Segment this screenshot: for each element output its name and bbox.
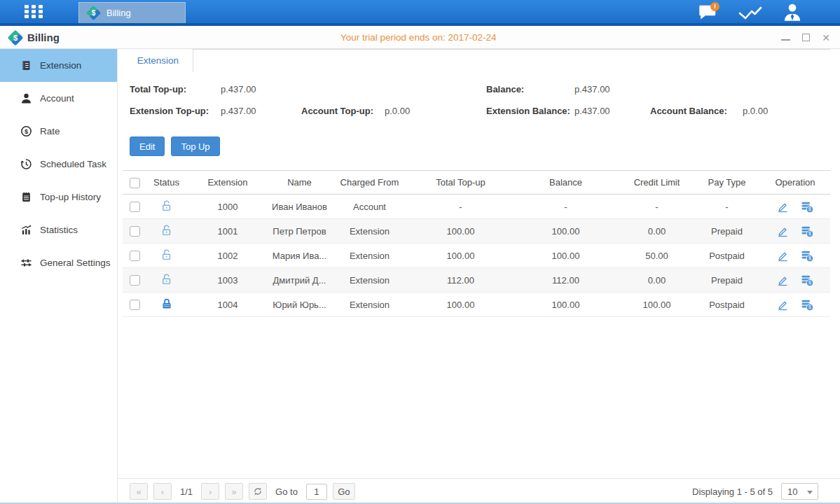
refresh-icon — [253, 486, 263, 496]
app-grid-icon[interactable] — [25, 5, 50, 19]
sidebar-item-scheduled-task[interactable]: Scheduled Task — [0, 148, 117, 181]
total-topup-cell: 100.00 — [410, 219, 511, 244]
topup-row-button[interactable]: $ — [800, 249, 814, 262]
status-unlocked-icon[interactable] — [160, 228, 173, 239]
topup-row-button[interactable]: $ — [800, 298, 814, 312]
table-header-row: Status Extension Name Charged From Total… — [123, 171, 830, 195]
tab-extension[interactable]: Extension — [123, 49, 193, 72]
extension-cell: 1000 — [186, 195, 270, 219]
table-row: 1004Юрий Юрь...Extension100.00100.00100.… — [123, 293, 830, 317]
sidebar-item-label: Statistics — [40, 225, 78, 235]
sidebar-item-label: General Settings — [40, 258, 111, 268]
total-topup-label: Total Top-up: — [130, 84, 186, 94]
sidebar-item-label: Scheduled Task — [40, 159, 106, 169]
line-chart-icon — [738, 4, 762, 20]
sidebar-item-extension[interactable]: Extension — [0, 49, 117, 82]
account-topup-label: Account Top-up: — [301, 106, 373, 116]
row-checkbox[interactable] — [130, 251, 140, 261]
topup-row-button[interactable]: $ — [800, 200, 814, 214]
col-pay-type: Pay Type — [694, 171, 760, 195]
edit-pencil-icon — [776, 225, 789, 237]
trial-banner: Your trial period ends on: 2017-02-24 — [340, 26, 496, 49]
charged-from-cell: Extension — [329, 293, 410, 317]
last-page-button[interactable]: » — [225, 483, 243, 500]
extension-cell: 1001 — [186, 219, 270, 244]
pay-type-cell: Prepaid — [694, 268, 760, 293]
select-all-checkbox[interactable] — [130, 178, 140, 188]
sidebar-item-account[interactable]: Account — [0, 82, 117, 115]
topup-row-button[interactable]: $ — [800, 225, 814, 238]
name-cell: Иван Иванов — [270, 195, 329, 219]
account-topup-value: p.0.00 — [385, 106, 410, 116]
sidebar-item-label: Top-up History — [40, 192, 101, 202]
edit-row-button[interactable] — [776, 225, 789, 237]
page-size-select[interactable]: 10 — [781, 483, 818, 500]
app-title-label: Billing — [27, 31, 60, 43]
close-button[interactable]: ✕ — [822, 33, 830, 43]
sidebar-item-label: Extension — [40, 60, 81, 71]
edit-pencil-icon — [776, 298, 789, 311]
billing-diamond-icon: $ — [8, 31, 22, 45]
bar-chart-icon — [20, 224, 32, 236]
topup-row-button[interactable]: $ — [800, 274, 814, 287]
col-charged-from: Charged From — [329, 171, 410, 195]
maximize-button[interactable] — [802, 34, 810, 41]
sidebar-item-rate[interactable]: $ Rate — [0, 115, 117, 148]
edit-row-button[interactable] — [776, 200, 789, 213]
prev-page-button[interactable]: ‹ — [153, 483, 172, 500]
display-range-text: Displaying 1 - 5 of 5 — [692, 486, 773, 497]
credit-limit-cell: - — [620, 195, 694, 219]
row-checkbox[interactable] — [130, 275, 140, 286]
ledger-icon — [20, 59, 32, 71]
balance-value: p.437.00 — [574, 84, 610, 94]
sidebar-item-general-settings[interactable]: General Settings — [0, 246, 117, 279]
titlebar: $ Billing Your trial period ends on: 201… — [0, 26, 840, 49]
total-topup-cell: 100.00 — [410, 244, 511, 268]
status-unlocked-icon[interactable] — [160, 277, 173, 288]
col-total-topup: Total Top-up — [410, 171, 511, 195]
user-icon — [20, 92, 32, 104]
refresh-button[interactable] — [249, 483, 267, 500]
monitor-button[interactable] — [737, 1, 764, 22]
balance-label: Balance: — [486, 84, 524, 94]
pagination-bar: « ‹ 1/1 › » Go to Go Displayi — [118, 478, 840, 504]
row-checkbox[interactable] — [130, 226, 140, 237]
sidebar-item-statistics[interactable]: Statistics — [0, 214, 117, 246]
status-unlocked-icon[interactable] — [160, 204, 173, 214]
charged-from-cell: Extension — [329, 219, 410, 244]
minimize-button[interactable] — [781, 39, 790, 41]
edit-button[interactable]: Edit — [130, 136, 165, 156]
edit-row-button[interactable] — [776, 298, 789, 311]
topbar-tab-billing[interactable]: $ Billing — [78, 2, 186, 23]
clock-icon — [20, 158, 32, 170]
next-page-button[interactable]: › — [201, 483, 219, 500]
edit-row-button[interactable] — [776, 249, 789, 262]
row-checkbox[interactable] — [130, 202, 140, 212]
notepad-icon — [20, 191, 32, 203]
svg-text:$: $ — [808, 280, 811, 285]
charged-from-cell: Account — [329, 195, 410, 219]
col-name: Name — [270, 171, 329, 195]
notifications-button[interactable]: ! — [694, 1, 721, 22]
edit-pencil-icon — [776, 274, 789, 286]
extension-table: Status Extension Name Charged From Total… — [123, 170, 830, 317]
topbar: $ Billing ! — [0, 0, 840, 23]
goto-page-input[interactable] — [306, 484, 327, 500]
go-button[interactable]: Go — [333, 483, 355, 500]
page-size-value: 10 — [787, 486, 797, 497]
first-page-button[interactable]: « — [130, 483, 148, 500]
pay-type-cell: Prepaid — [694, 219, 760, 244]
edit-pencil-icon — [776, 200, 789, 213]
status-unlocked-icon[interactable] — [160, 253, 173, 263]
balance-cell: 100.00 — [511, 219, 620, 244]
row-checkbox[interactable] — [130, 300, 140, 310]
svg-text:$: $ — [808, 304, 811, 309]
topup-coins-icon: $ — [800, 225, 814, 238]
edit-row-button[interactable] — [776, 274, 789, 286]
svg-text:$: $ — [808, 206, 811, 211]
page-indicator: 1/1 — [180, 486, 193, 497]
status-locked-icon[interactable] — [160, 302, 173, 312]
topup-button[interactable]: Top Up — [171, 136, 219, 156]
account-button[interactable] — [779, 1, 806, 22]
sidebar-item-topup-history[interactable]: Top-up History — [0, 181, 117, 214]
